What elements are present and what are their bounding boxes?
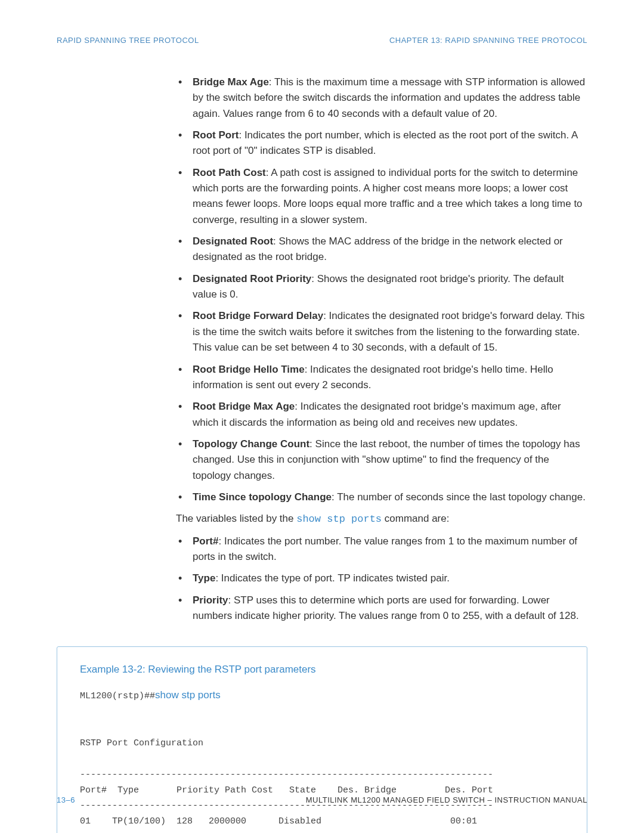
example-box: Example 13-2: Reviewing the RSTP port pa…	[57, 646, 587, 833]
example-title: Example 13-2: Reviewing the RSTP port pa…	[80, 664, 564, 676]
definition-term: Priority	[193, 594, 228, 606]
definition-term: Port#	[193, 535, 218, 547]
definition-term: Root Bridge Hello Time	[193, 364, 305, 375]
document-page: RAPID SPANNING TREE PROTOCOL CHAPTER 13:…	[0, 0, 644, 833]
header-right: CHAPTER 13: RAPID SPANNING TREE PROTOCOL	[389, 36, 587, 45]
definition-term: Designated Root	[193, 236, 273, 247]
definition-item: Topology Change Count: Since the last re…	[176, 436, 587, 484]
page-footer: 13–6 MULTILINK ML1200 MANAGED FIELD SWIT…	[57, 795, 587, 804]
definition-item: Root Bridge Max Age: Indicates the desig…	[176, 399, 587, 431]
definition-item: Port#: Indicates the port number. The va…	[176, 534, 587, 565]
definition-term: Bridge Max Age	[193, 76, 269, 88]
mid-paragraph: The variables listed by the show stp por…	[176, 511, 587, 527]
console-divider-1: ----------------------------------------…	[80, 770, 493, 780]
definition-term: Topology Change Count	[193, 438, 309, 450]
page-number: 13–6	[57, 795, 75, 804]
definition-item: Designated Root: Shows the MAC address o…	[176, 234, 587, 265]
definition-list-2: Port#: Indicates the port number. The va…	[176, 534, 587, 624]
definition-term: Root Bridge Max Age	[193, 401, 295, 412]
main-content: Bridge Max Age: This is the maximum time…	[176, 75, 587, 624]
definition-item: Time Since topology Change: The number o…	[176, 490, 587, 505]
console-prompt: ML1200(rstp)##	[80, 691, 155, 701]
definition-item: Root Bridge Hello Time: Indicates the de…	[176, 362, 587, 394]
definition-item: Bridge Max Age: This is the maximum time…	[176, 75, 587, 122]
definition-term: Root Bridge Forward Delay	[193, 310, 323, 321]
definition-item: Designated Root Priority: Shows the desi…	[176, 271, 587, 303]
definition-item: Root Path Cost: A path cost is assigned …	[176, 165, 587, 228]
inline-command: show stp ports	[296, 513, 382, 525]
console-rows: 01 TP(10/100) 128 2000000 Disabled 00:01…	[80, 816, 477, 833]
mid-text-after: command are:	[382, 513, 449, 524]
doc-title-footer: MULTILINK ML1200 MANAGED FIELD SWITCH – …	[306, 795, 587, 804]
console-columns: Port# Type Priority Path Cost State Des.…	[80, 785, 493, 795]
definition-desc: : Indicates the type of port. TP indicat…	[215, 572, 449, 584]
definition-desc: : Indicates the port number, which is el…	[193, 129, 577, 156]
definition-desc: : STP uses this to determine which ports…	[193, 594, 579, 621]
definition-desc: : Indicates the port number. The value r…	[193, 535, 577, 562]
console-intro: RSTP Port Configuration	[80, 738, 203, 748]
definition-item: Root Port: Indicates the port number, wh…	[176, 128, 587, 159]
page-header: RAPID SPANNING TREE PROTOCOL CHAPTER 13:…	[57, 36, 587, 45]
definition-term: Root Port	[193, 129, 239, 141]
mid-text-before: The variables listed by the	[176, 513, 296, 524]
definition-term: Time Since topology Change	[193, 491, 332, 503]
definition-desc: : The number of seconds since the last t…	[332, 491, 586, 503]
definition-term: Type	[193, 572, 215, 584]
definition-item: Type: Indicates the type of port. TP ind…	[176, 571, 587, 586]
console-output: ML1200(rstp)##show stp ports RSTP Port C…	[80, 686, 564, 833]
definition-item: Priority: STP uses this to determine whi…	[176, 593, 587, 624]
definition-term: Root Path Cost	[193, 167, 266, 178]
header-left: RAPID SPANNING TREE PROTOCOL	[57, 36, 199, 45]
console-command: show stp ports	[155, 689, 221, 701]
definition-term: Designated Root Priority	[193, 273, 311, 284]
definition-list-1: Bridge Max Age: This is the maximum time…	[176, 75, 587, 505]
definition-item: Root Bridge Forward Delay: Indicates the…	[176, 308, 587, 355]
